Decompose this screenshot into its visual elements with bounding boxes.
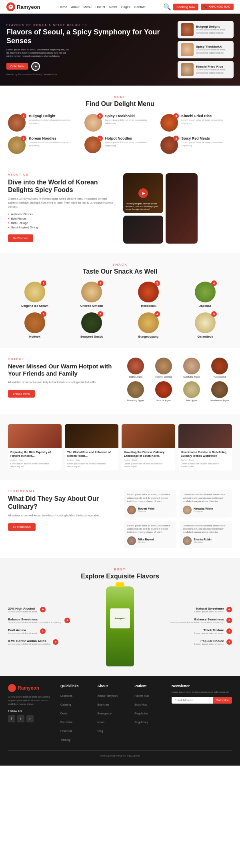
nav-logo[interactable]: Ramyeon bbox=[6, 2, 40, 11]
hotpot-badge: 4 bbox=[97, 136, 103, 141]
bulgogi-desc: Lorem ipsum dolor sit amet, consectetur … bbox=[196, 28, 230, 35]
hero-content: FLAVORS OF KOREA & SPICY DELIGHTS Flavor… bbox=[6, 24, 178, 75]
hotpot-menu-info: Hotpot Noodles Lorem ipsum dolor sit ame… bbox=[105, 136, 156, 148]
redmeat-menu-img: 5 bbox=[160, 136, 178, 154]
tteok-menu-img: 5 bbox=[84, 114, 102, 132]
blog-title: The Global Rise and Influence of Korean … bbox=[67, 450, 116, 458]
dalgona-wrap: 3 bbox=[24, 282, 45, 302]
about-discover-button[interactable]: Go Discover bbox=[8, 234, 33, 242]
nav-home[interactable]: Home bbox=[58, 5, 67, 9]
footer-patient: Patient Patient Hub Book Now Regularize … bbox=[134, 684, 165, 744]
newsletter-desc: Lorem ipsum dolor sit amet consectetur a… bbox=[172, 690, 232, 694]
feature-desc: Lorem ipsum dolor sit amet. bbox=[194, 643, 224, 646]
author-info: Natasha White Designer bbox=[194, 507, 213, 512]
patient-link-1[interactable]: Patient Hub bbox=[134, 694, 149, 697]
dalgona-badge: 3 bbox=[41, 280, 46, 286]
newsletter-subscribe-button[interactable]: Subscribe bbox=[213, 697, 232, 704]
kimchi-badge: 3 bbox=[173, 113, 179, 119]
friedrice-title: Kimchi Fried Rice bbox=[196, 65, 230, 68]
hero-desc: Lorem ipsum dolor sit amet, consectetur … bbox=[6, 48, 70, 58]
patient-link-4[interactable]: Regulatory bbox=[134, 721, 148, 724]
hero-buttons: Order Now bbox=[6, 62, 178, 71]
quicklink-franchise[interactable]: Franchise bbox=[60, 721, 73, 724]
facebook-icon[interactable]: f bbox=[8, 715, 15, 722]
author-role: Director bbox=[138, 510, 154, 512]
call-button[interactable]: 📞 +0800 6000 8000 bbox=[201, 4, 234, 10]
seaweed-badge: 5 bbox=[98, 311, 103, 317]
about-link-4[interactable]: News bbox=[98, 721, 105, 724]
booking-button[interactable]: Booking Now bbox=[173, 4, 198, 10]
search-icon[interactable]: 🔍 bbox=[164, 3, 171, 10]
about-link-3[interactable]: Emergency bbox=[98, 712, 112, 715]
instagram-icon[interactable]: in bbox=[26, 715, 34, 722]
hotpot-menu-img: 4 bbox=[84, 136, 102, 154]
nav-pages[interactable]: Pages bbox=[121, 5, 130, 9]
hotpot-item-name: Haemul Jeongol bbox=[155, 376, 172, 378]
nav-news[interactable]: News bbox=[109, 5, 117, 9]
footer-brand: Ramyeon Lorem ipsum dolor sit amet conse… bbox=[8, 684, 54, 744]
sundubu-image bbox=[183, 358, 200, 374]
order-now-button[interactable]: Order Now bbox=[6, 63, 28, 70]
menu-item-desc: Lorem ipsum dolor sit amet consectetur a… bbox=[181, 119, 232, 125]
testimonial-section: TESTIMONIAL What Did They Say About Our … bbox=[0, 480, 240, 558]
list-item: 3 Garaetteok bbox=[178, 312, 232, 338]
testimonial-desc: All reviews of our well-known tasty food… bbox=[8, 514, 116, 518]
feature-dot-icon bbox=[53, 639, 58, 645]
play-button[interactable] bbox=[31, 62, 40, 71]
bottle-image: Ramyeon bbox=[106, 586, 134, 666]
nav-contact[interactable]: Contact bbox=[134, 5, 146, 9]
quicklink-training[interactable]: Training bbox=[60, 738, 70, 741]
quicklink-locations[interactable]: Locations bbox=[60, 694, 72, 697]
feature-item: Bold Flavors bbox=[8, 217, 117, 220]
hotpot-grid-row2: Doenjang Jjigae Kimchi Jjigae Tofu Jjiga… bbox=[123, 381, 232, 402]
bulgogi-image bbox=[181, 23, 194, 36]
feature-dot-icon bbox=[226, 618, 232, 623]
patient-link-2[interactable]: Book Now bbox=[134, 703, 147, 706]
testimonial-button[interactable]: All Testimonial bbox=[8, 523, 36, 531]
blog-title: Exploring the Rich Tapestry of Flavors i… bbox=[10, 450, 59, 458]
list-item: 3 Kimchi Fried Rice Lorem ipsum dolor si… bbox=[160, 114, 232, 132]
newsletter-email-input[interactable] bbox=[172, 697, 213, 704]
nav-menu[interactable]: Menu bbox=[84, 5, 92, 9]
about-link-1[interactable]: About Ramyeon bbox=[98, 694, 118, 697]
hotpot-grid-row1: Budae Jjigae Haemul Jeongol Sundubu Jjig… bbox=[123, 358, 232, 378]
blog-title: How Korean Cuisine is Redefining Culinar… bbox=[181, 450, 230, 458]
quicklink-catering[interactable]: Catering bbox=[60, 703, 71, 706]
bulgogi-title: Bulgogi Delight bbox=[196, 25, 230, 28]
noodles-menu-img: 6 bbox=[8, 136, 26, 154]
yukgaejang-image bbox=[211, 358, 228, 374]
patient-link-3[interactable]: Regularize bbox=[134, 712, 148, 715]
author-info: Robert Patel Director bbox=[138, 507, 154, 512]
menu-item-desc: Lorem ipsum dolor sit amet consectetur a… bbox=[181, 141, 232, 148]
about-left: ABOUT US Dive into the World of Korean D… bbox=[8, 173, 117, 242]
hotpot-title: Never Missed Our Warm Hotpot with Your F… bbox=[8, 363, 117, 377]
nav-hotpot[interactable]: HotPot bbox=[96, 5, 105, 9]
list-item: 5 Seaweed Snack bbox=[65, 312, 118, 338]
feature-left-4: 0.5% Gentle Amino Acids Lorem ipsum dolo… bbox=[8, 639, 95, 646]
about-right: Thinking insights, verified driven resea… bbox=[123, 173, 232, 244]
testimonial-right: Lorem ipsum dolor sit amet, consectetur … bbox=[124, 490, 232, 548]
tteokbokki-badge: 5 bbox=[154, 280, 160, 286]
feature-left-2: Balance Sweetness Lorem ipsum dolor sit … bbox=[8, 618, 95, 624]
about-link-2[interactable]: Branches bbox=[98, 703, 110, 706]
quicklink-deals[interactable]: Deals bbox=[60, 712, 68, 715]
avatar bbox=[127, 536, 136, 545]
blog-desc: Lorem ipsum dolor sit amet consectetur a… bbox=[67, 462, 116, 468]
testimonial-card: Lorem ipsum dolor sit amet, consectetur … bbox=[124, 490, 176, 517]
hotpot-browse-button[interactable]: Browse Menu bbox=[8, 390, 35, 398]
about-play-button[interactable] bbox=[138, 188, 148, 198]
bottle-cap bbox=[116, 582, 124, 587]
footer-logo: Ramyeon bbox=[8, 684, 54, 692]
twitter-icon[interactable]: t bbox=[17, 715, 24, 722]
quicklink-financial[interactable]: Financial bbox=[60, 730, 72, 732]
hotpot-desc: All varieties of our well-known tasty ho… bbox=[8, 380, 117, 384]
feature-desc: Lorem ipsum dolor sit amet. bbox=[194, 632, 224, 635]
feature-text: Balance Sweetness Lorem ipsum dolor sit … bbox=[170, 618, 224, 624]
about-tall-image bbox=[166, 173, 198, 244]
nav-about[interactable]: About bbox=[71, 5, 80, 9]
testimonial-text: Lorem ipsum dolor sit amet, consectetur … bbox=[183, 493, 229, 503]
menu-grid: 4 Bulgogi Delight Lorem ipsum dolor sit … bbox=[8, 114, 232, 154]
snack-item-name: Bungeoppang bbox=[138, 335, 158, 338]
about-link-5[interactable]: Blog bbox=[98, 730, 103, 732]
explore-label: BEST bbox=[8, 568, 232, 571]
